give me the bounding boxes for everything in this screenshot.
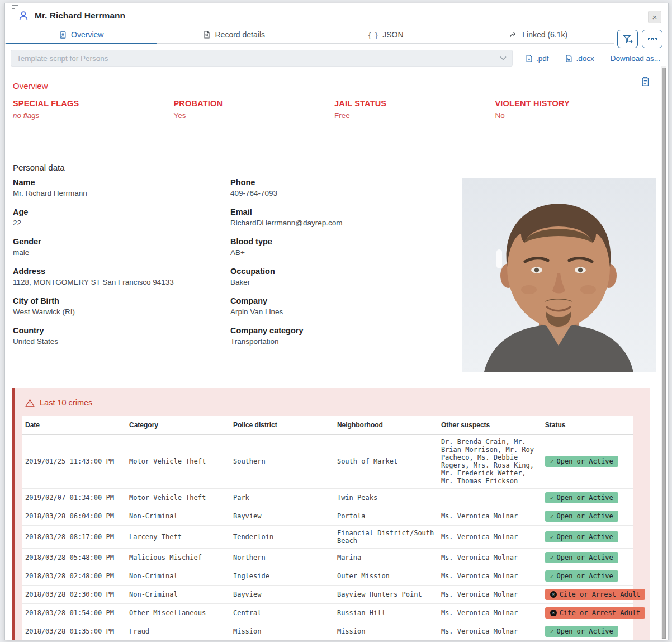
crime-row: 2018/03/28 01:35:00 PM Fraud Mission Mis… bbox=[22, 622, 633, 641]
personal-field: Company Arpin Van Lines bbox=[230, 296, 448, 316]
crime-row: 2018/03/28 02:30:00 PM Non-Criminal Bayv… bbox=[22, 586, 633, 604]
person-record-modal: Mr. Richard Herrmann × Overview Record d… bbox=[4, 3, 669, 640]
cell-status: Open or Active bbox=[542, 526, 633, 549]
cell-neighborhood: Twin Peaks bbox=[334, 489, 438, 507]
column-header-suspects: Other suspects bbox=[438, 416, 542, 435]
status-icon bbox=[550, 610, 557, 616]
cell-neighborhood: Mission bbox=[334, 622, 438, 641]
download-pdf-link[interactable]: .pdf bbox=[525, 54, 549, 63]
filter-export-button[interactable] bbox=[617, 30, 638, 48]
status-icon bbox=[550, 513, 554, 520]
funnel-arrow-icon bbox=[622, 34, 633, 44]
flag-label: PROBATION bbox=[174, 99, 335, 108]
last-crimes-panel: Last 10 crimes Date Category Police dist… bbox=[12, 388, 650, 640]
crime-row: 2018/03/28 06:04:00 PM Non-Criminal Bayv… bbox=[22, 507, 633, 526]
personal-field: Age 22 bbox=[13, 207, 230, 227]
flag-value: No bbox=[495, 111, 656, 120]
cell-suspects: Ms. Veronica Molnar bbox=[438, 604, 542, 622]
personal-field: Phone 409-764-7093 bbox=[230, 178, 448, 197]
record-content: Overview SPECIAL FLAGS no flags PROBATIO… bbox=[5, 81, 668, 640]
crime-row: 2018/03/28 01:54:00 PM Other Miscellaneo… bbox=[22, 604, 633, 622]
crimes-section-title: Last 10 crimes bbox=[40, 398, 92, 407]
crime-row: 2019/02/07 01:34:00 PM Motor Vehicle The… bbox=[22, 489, 633, 507]
cell-status: Open or Active bbox=[542, 435, 633, 489]
tab-overview[interactable]: Overview bbox=[5, 26, 158, 43]
tab-json[interactable]: { } JSON bbox=[310, 26, 462, 43]
braces-icon: { } bbox=[368, 31, 378, 39]
pdf-file-icon bbox=[525, 54, 533, 63]
cell-neighborhood: Russian Hill bbox=[334, 604, 438, 622]
tab-bar: Overview Record details { } JSON Linked … bbox=[5, 26, 668, 44]
document-search-icon bbox=[202, 30, 211, 39]
status-icon bbox=[550, 628, 554, 635]
column-header-category: Category bbox=[126, 416, 230, 435]
cell-suspects: Ms. Veronica Molnar bbox=[438, 549, 542, 567]
flag-label: JAIL STATUS bbox=[334, 99, 495, 108]
tab-linked[interactable]: Linked (6.1k) bbox=[462, 26, 615, 43]
divider bbox=[13, 379, 656, 379]
cell-district: Northern bbox=[230, 549, 334, 567]
page-title: Mr. Richard Herrmann bbox=[35, 11, 125, 21]
status-badge: Cite or Arrest Adult bbox=[545, 607, 646, 619]
cell-date: 2019/01/25 11:43:00 PM bbox=[22, 435, 126, 489]
personal-field: Address 1128, MONTGOMERY ST San Francisc… bbox=[13, 267, 230, 286]
cell-district: Central bbox=[230, 604, 334, 622]
personal-data-section: Personal data Name Mr. Richard Herrmann … bbox=[13, 163, 656, 372]
status-icon bbox=[550, 591, 557, 598]
personal-data-title: Personal data bbox=[13, 163, 656, 172]
cell-suspects: Ms. Veronica Molnar bbox=[438, 622, 542, 641]
flag-item: JAIL STATUS Free bbox=[334, 99, 495, 120]
cell-date: 2018/03/28 02:30:00 PM bbox=[22, 586, 126, 604]
personal-field: Occupation Baker bbox=[230, 267, 448, 286]
copy-clipboard-icon[interactable] bbox=[640, 75, 650, 87]
cell-neighborhood: Marina bbox=[334, 549, 438, 567]
crime-row: 2019/01/25 11:43:00 PM Motor Vehicle The… bbox=[22, 435, 633, 489]
person-icon bbox=[17, 10, 30, 22]
flag-value: Free bbox=[334, 111, 495, 120]
cell-suspects: Ms. Veronica Molnar bbox=[438, 586, 542, 604]
scrollbar-thumb[interactable] bbox=[662, 68, 666, 639]
id-card-icon bbox=[59, 31, 67, 39]
column-header-date: Date bbox=[22, 416, 126, 435]
status-badge: Open or Active bbox=[545, 570, 618, 582]
cell-date: 2019/02/07 01:34:00 PM bbox=[22, 489, 126, 507]
overview-section-title: Overview bbox=[13, 81, 48, 91]
more-options-button[interactable] bbox=[642, 30, 662, 48]
cell-status: Cite or Arrest Adult bbox=[542, 586, 633, 604]
cell-category: Malicious Mischief bbox=[126, 549, 230, 567]
vertical-scrollbar[interactable] bbox=[661, 66, 666, 639]
status-badge: Open or Active bbox=[545, 456, 618, 467]
close-icon[interactable]: × bbox=[648, 11, 661, 23]
chevron-down-icon bbox=[500, 56, 507, 60]
cell-date: 2018/03/28 02:48:00 PM bbox=[22, 567, 126, 586]
cell-suspects: Ms. Veronica Molnar bbox=[438, 567, 542, 586]
column-header-status: Status bbox=[542, 416, 633, 435]
cell-neighborhood: Bayview Hunters Point bbox=[334, 586, 438, 604]
warning-triangle-icon bbox=[25, 399, 35, 407]
cell-district: Mission bbox=[230, 622, 334, 641]
personal-field: Gender male bbox=[13, 237, 230, 257]
cell-date: 2018/03/28 08:17:00 PM bbox=[22, 526, 126, 549]
status-icon bbox=[550, 494, 554, 502]
status-badge: Open or Active bbox=[545, 531, 618, 542]
download-as-link[interactable]: Download as... bbox=[611, 54, 660, 63]
download-docx-link[interactable]: .docx bbox=[565, 54, 594, 63]
personal-field: Country United States bbox=[13, 326, 230, 346]
personal-field: Blood type AB+ bbox=[230, 237, 448, 257]
flag-label: SPECIAL FLAGS bbox=[13, 99, 174, 108]
special-flags-grid: SPECIAL FLAGS no flags PROBATION Yes JAI… bbox=[13, 99, 656, 120]
cell-district: Park bbox=[230, 489, 334, 507]
cell-suspects: Ms. Veronica Molnar bbox=[438, 526, 542, 549]
cell-district: Ingleside bbox=[230, 567, 334, 586]
window-grip-decoration bbox=[12, 5, 20, 11]
cell-date: 2018/03/28 01:54:00 PM bbox=[22, 604, 126, 622]
flag-item: VIOLENT HISTORY No bbox=[495, 99, 656, 120]
template-script-select[interactable]: Template script for Persons bbox=[11, 50, 513, 67]
status-badge: Open or Active bbox=[545, 552, 618, 563]
crimes-table: Date Category Police district Neighborho… bbox=[22, 416, 633, 640]
person-photo bbox=[462, 178, 656, 372]
personal-left-column: Name Mr. Richard Herrmann Age 22 Gender … bbox=[13, 178, 230, 372]
cell-date: 2018/03/28 05:48:00 PM bbox=[22, 549, 126, 567]
tab-record-details[interactable]: Record details bbox=[158, 26, 310, 43]
cell-category: Motor Vehicle Theft bbox=[126, 489, 230, 507]
